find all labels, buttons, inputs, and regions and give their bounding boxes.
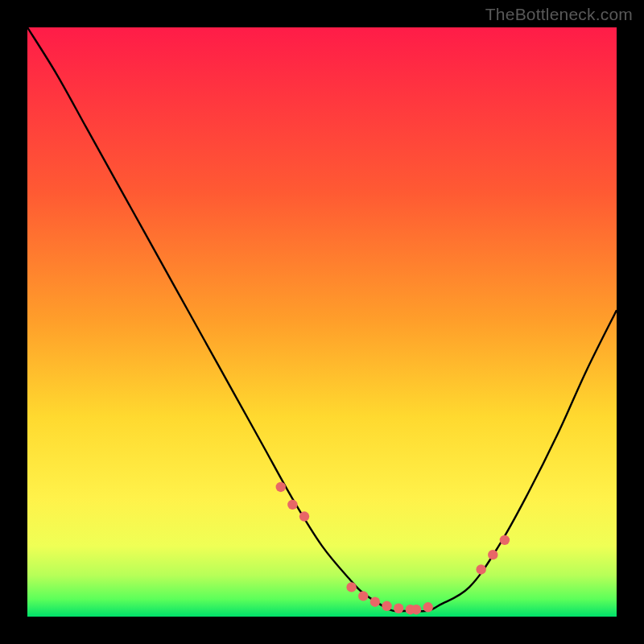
highlight-marker (346, 582, 356, 592)
highlight-marker (411, 605, 421, 614)
highlight-marker (358, 591, 368, 601)
highlight-marker (276, 482, 286, 492)
highlight-marker (299, 511, 309, 521)
highlight-marker (476, 564, 485, 574)
highlight-marker (500, 535, 510, 545)
highlight-marker (287, 500, 297, 510)
bottleneck-curve-path (27, 27, 617, 611)
highlight-marker (370, 597, 380, 607)
curve-layer (27, 27, 617, 617)
bottleneck-curve (27, 27, 617, 611)
highlight-marker (394, 604, 403, 613)
plot-area (27, 27, 617, 617)
watermark-text: TheBottleneck.com (485, 5, 633, 24)
highlight-marker (488, 550, 497, 559)
highlight-markers (276, 482, 510, 615)
highlight-marker (382, 601, 391, 611)
highlight-marker (423, 602, 433, 612)
chart-frame: TheBottleneck.com (0, 0, 644, 644)
